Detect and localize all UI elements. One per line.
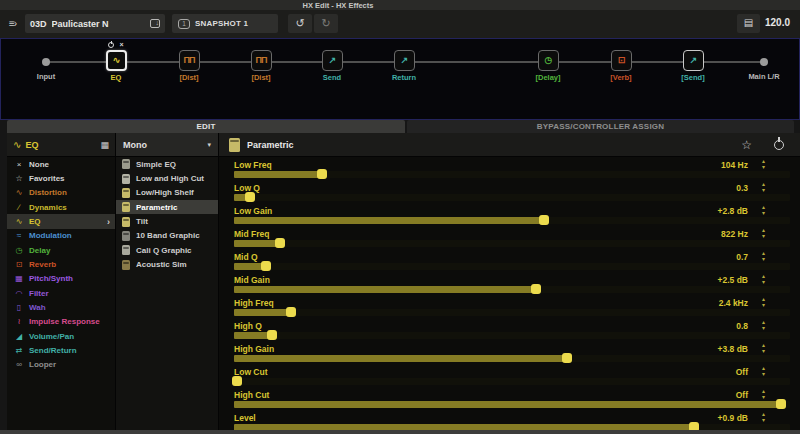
param-value[interactable]: 104 Hz — [721, 160, 748, 170]
category-item-favorites[interactable]: ☆ Favorites › — [7, 171, 115, 185]
chain-block-dist-1[interactable]: × ΠΠ [Dist] — [166, 39, 212, 82]
param-value[interactable]: +2.5 dB — [718, 275, 748, 285]
category-item-reverb[interactable]: ⊡ Reverb › — [7, 257, 115, 271]
category-item-filter[interactable]: ◠ Filter › — [7, 286, 115, 300]
chain-block-return[interactable]: × ↗ Return — [381, 39, 427, 82]
model-item-cali-q-graphic[interactable]: Cali Q Graphic — [116, 243, 218, 257]
param-slider[interactable] — [234, 309, 790, 316]
stepper-down-icon[interactable]: ▾ — [762, 257, 765, 263]
category-item-volume-pan[interactable]: ◢ Volume/Pan › — [7, 329, 115, 343]
category-item-eq[interactable]: ∿ EQ › — [7, 214, 115, 228]
block-box[interactable]: ΠΠ — [179, 50, 200, 71]
slider-thumb[interactable] — [232, 376, 242, 386]
model-item-10-band-graphic[interactable]: 10 Band Graphic — [116, 229, 218, 243]
param-slider[interactable] — [234, 240, 790, 247]
param-slider[interactable] — [234, 194, 790, 201]
param-slider[interactable] — [234, 286, 790, 293]
stepper-down-icon[interactable]: ▾ — [762, 188, 765, 194]
slider-thumb[interactable] — [539, 215, 549, 225]
block-box[interactable]: ◷ — [538, 50, 559, 71]
slider-thumb[interactable] — [245, 192, 255, 202]
model-item-low-and-high-cut[interactable]: Low and High Cut — [116, 171, 218, 185]
block-box[interactable]: ∿ — [106, 50, 127, 71]
stepper-down-icon[interactable]: ▾ — [762, 349, 765, 355]
category-item-modulation[interactable]: ≈ Modulation › — [7, 229, 115, 243]
category-item-wah[interactable]: ▯ Wah › — [7, 300, 115, 314]
block-box[interactable]: ↗ — [683, 50, 704, 71]
stepper-down-icon[interactable]: ▾ — [762, 165, 765, 171]
param-value[interactable]: +2.8 dB — [718, 206, 748, 216]
param-stepper[interactable]: ▴ ▾ — [762, 228, 765, 239]
category-item-pitch-synth[interactable]: ▦ Pitch/Synth › — [7, 272, 115, 286]
param-value[interactable]: 2.4 kHz — [719, 298, 748, 308]
stepper-down-icon[interactable]: ▾ — [762, 303, 765, 309]
grid-view-icon[interactable]: ▦ — [100, 140, 109, 150]
category-item-dynamics[interactable]: ∕ Dynamics › — [7, 200, 115, 214]
category-item-send-return[interactable]: ⇄ Send/Return › — [7, 343, 115, 357]
undo-button[interactable]: ↺ — [288, 14, 312, 33]
chain-block-verb[interactable]: × ⊡ [Verb] — [598, 39, 644, 82]
preset-selector[interactable]: 03D Paulicaster N ↓ — [25, 14, 165, 33]
param-stepper[interactable]: ▴ ▾ — [762, 320, 765, 331]
stepper-down-icon[interactable]: ▾ — [762, 395, 765, 401]
param-value[interactable]: 822 Hz — [721, 229, 748, 239]
param-stepper[interactable]: ▴ ▾ — [762, 297, 765, 308]
chain-block-send-2[interactable]: × ↗ [Send] — [670, 39, 716, 82]
block-box[interactable]: ↗ — [322, 50, 343, 71]
preset-list-button[interactable]: ▤ — [737, 14, 760, 33]
param-stepper[interactable]: ▴ ▾ — [762, 251, 765, 262]
param-stepper[interactable]: ▴ ▾ — [762, 366, 765, 377]
chain-block-send[interactable]: × ↗ Send — [309, 39, 355, 82]
stepper-down-icon[interactable]: ▾ — [762, 418, 765, 424]
param-slider[interactable] — [234, 217, 790, 224]
param-value[interactable]: 0.8 — [736, 321, 748, 331]
param-stepper[interactable]: ▴ ▾ — [762, 389, 765, 400]
slider-thumb[interactable] — [286, 307, 296, 317]
snapshot-selector[interactable]: 1 SNAPSHOT 1 — [172, 14, 278, 33]
slider-thumb[interactable] — [261, 261, 271, 271]
param-stepper[interactable]: ▴ ▾ — [762, 182, 765, 193]
param-value[interactable]: Off — [736, 367, 748, 377]
chain-block-delay[interactable]: × ◷ [Delay] — [525, 39, 571, 82]
stepper-down-icon[interactable]: ▾ — [762, 211, 765, 217]
model-item-parametric[interactable]: Parametric — [116, 200, 218, 214]
model-item-low-high-shelf[interactable]: Low/High Shelf — [116, 186, 218, 200]
slider-thumb[interactable] — [317, 169, 327, 179]
redo-button[interactable]: ↻ — [314, 14, 338, 33]
model-item-acoustic-sim[interactable]: Acoustic Sim — [116, 257, 218, 271]
param-slider[interactable] — [234, 401, 790, 408]
chain-block-dist-2[interactable]: × ΠΠ [Dist] — [238, 39, 284, 82]
param-slider[interactable] — [234, 355, 790, 362]
stepper-down-icon[interactable]: ▾ — [762, 234, 765, 240]
tab-bypass-controller-assign[interactable]: BYPASS/CONTROLLER ASSIGN — [407, 120, 794, 133]
param-value[interactable]: +3.8 dB — [718, 344, 748, 354]
param-stepper[interactable]: ▴ ▾ — [762, 274, 765, 285]
tab-edit[interactable]: EDIT — [7, 120, 405, 133]
slider-thumb[interactable] — [562, 353, 572, 363]
param-stepper[interactable]: ▴ ▾ — [762, 343, 765, 354]
model-item-simple-eq[interactable]: Simple EQ — [116, 157, 218, 171]
block-power-icon[interactable] — [774, 140, 784, 150]
tempo-display[interactable]: 120.0 — [765, 17, 790, 28]
block-box[interactable]: ↗ — [394, 50, 415, 71]
category-item-distortion[interactable]: ∿ Distortion › — [7, 186, 115, 200]
category-item-impulse-response[interactable]: ≀ Impulse Response › — [7, 315, 115, 329]
param-stepper[interactable]: ▴ ▾ — [762, 159, 765, 170]
block-box[interactable]: ⊡ — [611, 50, 632, 71]
param-value[interactable]: Off — [736, 390, 748, 400]
preset-menu-icon[interactable]: ≡› — [9, 18, 16, 29]
slider-thumb[interactable] — [275, 238, 285, 248]
category-item-delay[interactable]: ◷ Delay › — [7, 243, 115, 257]
slider-thumb[interactable] — [776, 399, 786, 409]
param-slider[interactable] — [234, 332, 790, 339]
param-slider[interactable] — [234, 171, 790, 178]
stepper-down-icon[interactable]: ▾ — [762, 326, 765, 332]
model-item-tilt[interactable]: Tilt — [116, 214, 218, 228]
output-node[interactable] — [760, 58, 768, 66]
favorite-star-icon[interactable]: ☆ — [741, 138, 752, 152]
category-item-none[interactable]: × None › — [7, 157, 115, 171]
chain-block-eq[interactable]: × ∿ EQ — [93, 39, 139, 82]
block-box[interactable]: ΠΠ — [251, 50, 272, 71]
param-value[interactable]: 0.7 — [736, 252, 748, 262]
param-stepper[interactable]: ▴ ▾ — [762, 205, 765, 216]
